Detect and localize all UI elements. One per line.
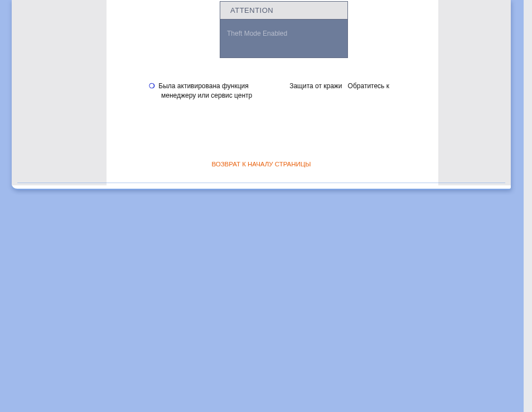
bullet-icon: ❍	[149, 82, 157, 91]
bullet-paragraph: ❍ Была активирована функция Защита от кр…	[151, 82, 441, 101]
bullet-line-2: менеджеру или сервис центр	[161, 91, 441, 100]
document-panel: ATTENTION Theft Mode Enabled ❍ Была акти…	[12, 0, 511, 190]
bullet-text-1: Была активирована функция	[158, 82, 248, 90]
divider	[17, 183, 505, 183]
bullet-text-2: Защита от кражи	[289, 82, 342, 90]
sidebar-right	[438, 0, 511, 185]
attention-header: ATTENTION	[220, 2, 347, 20]
page: ATTENTION Theft Mode Enabled ❍ Была акти…	[0, 0, 532, 412]
scrollbar[interactable]	[524, 0, 532, 412]
attention-body: Theft Mode Enabled	[220, 20, 347, 58]
attention-box: ATTENTION Theft Mode Enabled	[220, 1, 348, 58]
bullet-text-3: Обратитесь к	[348, 82, 389, 90]
sidebar-left	[12, 0, 107, 185]
bullet-line-1: Была активирована функция Защита от краж…	[158, 82, 389, 90]
return-to-top-link[interactable]: ВОЗВРАТ К НАЧАЛУ СТРАНИЦЫ	[12, 161, 511, 167]
